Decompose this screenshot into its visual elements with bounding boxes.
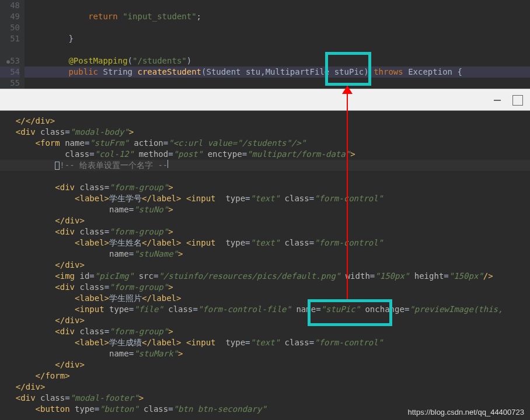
- code-line: <img id="picImg" src="/stuinfo/resources…: [0, 271, 530, 282]
- code-line: [25, 78, 530, 89]
- code-line: [0, 171, 530, 182]
- line-number: 54: [0, 66, 20, 78]
- watermark-text: https://blog.csdn.net/qq_44400723: [408, 408, 525, 416]
- line-number: ●53: [0, 55, 20, 66]
- code-line: <label>学生成绩</label> <input type="text" c…: [0, 337, 530, 348]
- line-number: 48: [0, 0, 20, 11]
- code-line: </div>: [0, 359, 530, 370]
- code-line: <div class="modal-footer">: [0, 393, 530, 404]
- annotation-highlight-box-top: [325, 52, 371, 86]
- code-line: name="stuMark">: [0, 348, 530, 359]
- code-line: return "input_student";: [25, 11, 530, 22]
- code-line: @PostMapping("/students"): [25, 55, 530, 66]
- window-separator: [0, 89, 530, 111]
- code-line: </form>: [0, 370, 530, 382]
- code-line: class="col-12" method="post" enctype="mu…: [0, 149, 530, 160]
- line-number: 51: [0, 33, 20, 44]
- line-number: 49: [0, 11, 20, 22]
- minimize-icon[interactable]: [494, 100, 501, 101]
- code-area[interactable]: return "input_student"; } @PostMapping("…: [25, 0, 530, 89]
- code-line: name="stuNo">: [0, 204, 530, 215]
- code-line: </div>: [0, 315, 530, 326]
- code-line: <form name="stuFrm" action="<c:url value…: [0, 138, 530, 149]
- annotation-highlight-box-bottom: [308, 299, 392, 326]
- code-line: <label>学生学号</label> <input type="text" c…: [0, 193, 530, 204]
- code-line-highlighted: public String createStudent(Student stu,…: [25, 66, 530, 78]
- code-line: <div class="modal-body">: [0, 127, 530, 138]
- annotation-arrow-line: [347, 86, 348, 299]
- code-line: name="stuName">: [0, 249, 530, 260]
- code-line: <div class="form-group">: [0, 326, 530, 337]
- html-editor-pane[interactable]: </</div> <div class="modal-body"> <form …: [0, 111, 530, 415]
- maximize-icon[interactable]: [512, 95, 523, 106]
- code-line: <label>学生姓名</label> <input type="text" c…: [0, 237, 530, 249]
- line-gutter: 48 49 50 51 ●53 54 55: [0, 0, 25, 89]
- code-line: <input type="file" class="form-control-f…: [0, 304, 530, 315]
- line-number: 50: [0, 22, 20, 33]
- code-line: <div class="form-group">: [0, 282, 530, 293]
- code-line: }: [25, 33, 530, 44]
- code-line: <label>学生照片</label>: [0, 293, 530, 304]
- code-line: </</div>: [0, 116, 530, 127]
- code-line: </div>: [0, 215, 530, 226]
- code-line: [25, 22, 530, 33]
- code-line: </div>: [0, 260, 530, 271]
- code-line-highlighted: !-- 给表单设置一个名字 --: [0, 160, 530, 171]
- code-line: [25, 44, 530, 55]
- java-editor-pane: 48 49 50 51 ●53 54 55 return "input_stud…: [0, 0, 530, 89]
- annotation-arrow-head-icon: [342, 86, 353, 94]
- code-line: </div>: [0, 382, 530, 393]
- code-line: <div class="form-group">: [0, 226, 530, 237]
- line-number: 55: [0, 78, 20, 89]
- code-line: <div class="form-group">: [0, 182, 530, 193]
- line-number: [0, 44, 20, 55]
- code-line: [25, 0, 530, 11]
